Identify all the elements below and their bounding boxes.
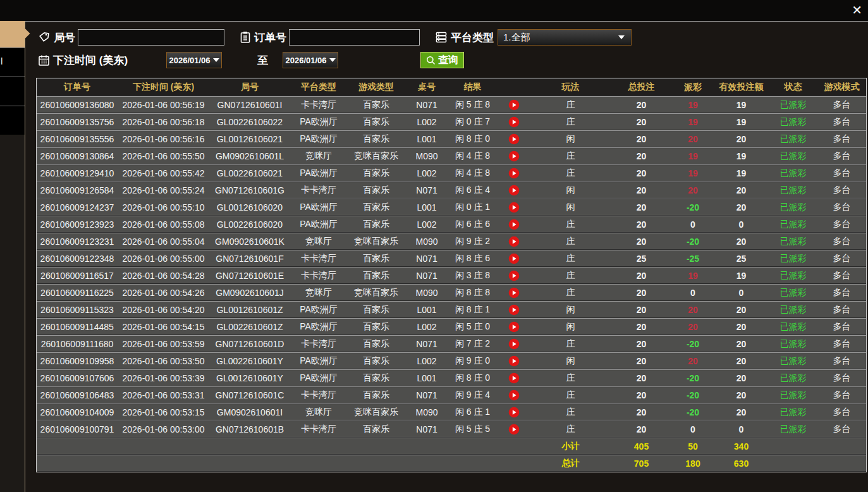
play-video-button[interactable] xyxy=(508,99,520,111)
cell-total-bet: 25 xyxy=(611,250,672,266)
cell-payout: 19 xyxy=(672,147,714,164)
cell-video xyxy=(497,199,530,215)
cell-mode: 多台 xyxy=(817,335,866,352)
cell-platform: PA欧洲厅 xyxy=(290,318,347,335)
play-video-button[interactable] xyxy=(508,304,520,316)
date-to-select[interactable]: 2026/01/06 xyxy=(283,52,338,68)
play-video-button[interactable] xyxy=(508,133,520,145)
cell-game-type: 百家乐 xyxy=(347,267,405,283)
cell-valid-bet: 20 xyxy=(714,335,769,352)
cell-order-no: 260106009123923 xyxy=(37,216,118,232)
cell-bet-time: 2026-01-06 00:53:50 xyxy=(118,352,209,369)
cell-mode: 多台 xyxy=(817,352,866,369)
cell-platform: 竞咪厅 xyxy=(290,284,347,300)
cell-order-no: 260106009115323 xyxy=(37,301,118,317)
cell-result: 闲 4 庄 8 xyxy=(448,164,497,181)
cell-platform: 卡卡湾厅 xyxy=(290,335,347,352)
chevron-down-icon xyxy=(618,35,625,39)
cell-status: 已派彩 xyxy=(769,199,817,215)
cell-total-bet: 20 xyxy=(611,113,672,130)
cell-result: 闲 8 庄 8 xyxy=(448,284,497,300)
play-video-button[interactable] xyxy=(508,424,520,435)
sidebar-item[interactable] xyxy=(0,77,25,106)
bet-time-label-group: 下注时间 (美东) xyxy=(38,53,128,68)
cell-total-bet: 20 xyxy=(611,233,672,249)
play-video-button[interactable] xyxy=(508,407,520,418)
cell-game-no: GL0022610601Y xyxy=(209,352,290,369)
cell-result: 闲 7 庄 2 xyxy=(448,335,497,352)
cell-order-no: 260106009124237 xyxy=(37,199,118,215)
play-video-button[interactable] xyxy=(508,202,520,213)
cell-result: 闲 9 庄 2 xyxy=(448,233,497,249)
column-header: 状态 xyxy=(769,79,817,95)
cell-valid-bet: 0 xyxy=(714,421,769,437)
cell-order-no: 260106009122348 xyxy=(37,250,118,266)
play-video-button[interactable] xyxy=(508,168,520,179)
cell-bet-on: 闲 xyxy=(530,352,611,369)
query-button[interactable]: 查询 xyxy=(420,52,464,68)
cell-table-no: M090 xyxy=(405,233,448,249)
cell-total-bet: 20 xyxy=(611,369,672,386)
cell-game-type: 百家乐 xyxy=(347,250,405,266)
bet-time-label: 下注时间 (美东) xyxy=(53,53,128,68)
cell-total-bet: 20 xyxy=(611,335,672,352)
play-video-button[interactable] xyxy=(508,270,520,281)
play-video-button[interactable] xyxy=(508,185,520,196)
cell-mode: 多台 xyxy=(817,199,866,215)
cell-mode: 多台 xyxy=(817,233,866,249)
cell-game-type: 百家乐 xyxy=(347,386,405,403)
date-from-select[interactable]: 2026/01/06 xyxy=(166,52,222,68)
play-video-button[interactable] xyxy=(508,219,520,230)
play-video-button[interactable] xyxy=(508,372,520,384)
play-video-button[interactable] xyxy=(508,236,520,247)
play-video-button[interactable] xyxy=(508,151,520,162)
cell-valid-bet: 20 xyxy=(714,352,769,369)
cell-video xyxy=(497,130,530,147)
cell-valid-bet: 20 xyxy=(714,318,769,335)
game-no-input[interactable] xyxy=(78,29,224,46)
cell-valid-bet: 20 xyxy=(714,199,769,215)
play-video-button[interactable] xyxy=(508,390,520,401)
cell-bet-time: 2026-01-06 00:55:10 xyxy=(118,199,209,215)
cell-bet-time: 2026-01-06 00:56:16 xyxy=(118,130,209,147)
cell-bet-on: 闲 xyxy=(530,318,611,335)
cell-mode: 多台 xyxy=(817,386,866,403)
sidebar-active-item[interactable] xyxy=(0,21,25,47)
table-row: 2601060091099582026-01-06 00:53:50GL0022… xyxy=(37,352,866,369)
cell-mode: 多台 xyxy=(817,403,866,420)
table-row: 2601060091144852026-01-06 00:54:15GL0022… xyxy=(37,318,866,335)
cell-table-no: L001 xyxy=(405,199,448,215)
cell-video xyxy=(497,250,530,266)
sidebar-item[interactable] xyxy=(0,106,25,135)
cell-order-no: 260106009107606 xyxy=(37,369,118,386)
order-no-input[interactable] xyxy=(289,29,420,46)
total-row: 总计 705 180 630 xyxy=(37,455,866,471)
table-row: 2601060091153232026-01-06 00:54:20GL0012… xyxy=(37,301,866,317)
cell-bet-time: 2026-01-06 00:53:00 xyxy=(118,421,209,437)
cell-total-bet: 20 xyxy=(611,403,672,420)
calendar-icon xyxy=(38,54,50,66)
total-payout: 180 xyxy=(672,455,714,471)
play-video-button[interactable] xyxy=(508,321,520,333)
play-video-button[interactable] xyxy=(508,338,520,350)
cell-bet-on: 庄 xyxy=(530,335,611,352)
cell-result: 闲 9 庄 4 xyxy=(448,386,497,403)
cell-bet-on: 庄 xyxy=(530,386,611,403)
play-video-button[interactable] xyxy=(508,287,520,298)
play-video-button[interactable] xyxy=(508,116,520,128)
cell-result: 闲 5 庄 0 xyxy=(448,318,497,335)
cell-result: 闲 4 庄 8 xyxy=(448,147,497,164)
play-video-button[interactable] xyxy=(508,355,520,367)
platform-select[interactable]: 1.全部 xyxy=(498,29,632,46)
close-icon[interactable]: ✕ xyxy=(852,2,862,18)
cell-game-type: 百家乐 xyxy=(347,335,405,352)
cell-valid-bet: 0 xyxy=(714,284,769,300)
platform-label-group: 平台类型 xyxy=(435,30,494,45)
cell-status: 已派彩 xyxy=(769,369,817,386)
table-row: 2601060091162252026-01-06 00:54:26GM0902… xyxy=(37,284,866,300)
cell-status: 已派彩 xyxy=(769,301,817,317)
play-video-button[interactable] xyxy=(508,253,520,264)
cell-bet-time: 2026-01-06 00:55:24 xyxy=(118,181,209,198)
sidebar-item[interactable]: l xyxy=(0,47,25,77)
cell-order-no: 260106009100791 xyxy=(37,421,118,437)
